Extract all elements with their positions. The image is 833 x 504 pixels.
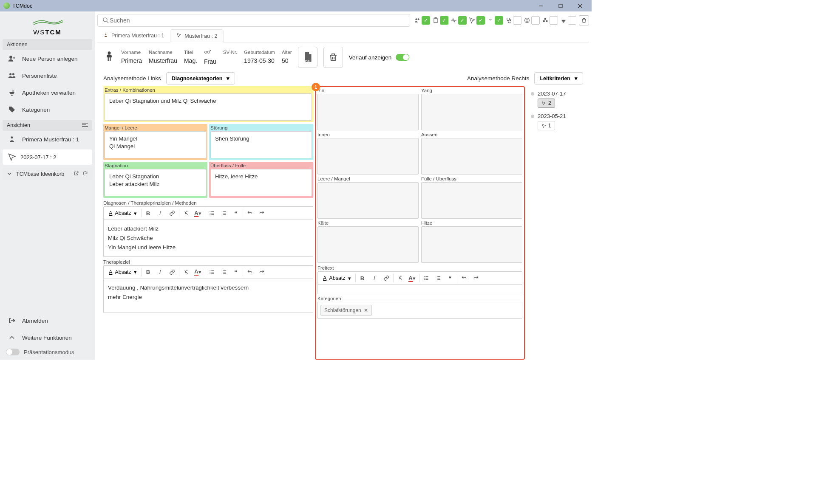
stagnation-input[interactable]: Leber Qi StagnationLeber attackiert Milz — [105, 169, 206, 196]
rte-format-select[interactable]: AAbsatz▾ — [320, 275, 354, 282]
ul-button[interactable] — [421, 273, 431, 283]
innen-input[interactable] — [317, 138, 419, 175]
kategorien-input[interactable]: Schlafstörungen ✕ — [317, 302, 522, 319]
timeline-date[interactable]: 2023-05-21 — [531, 111, 584, 121]
delete-button[interactable] — [323, 47, 343, 68]
check-icon[interactable]: ✓ — [458, 16, 467, 25]
rte-format-select[interactable]: AAbsatz▾ — [106, 269, 139, 275]
undo-button[interactable] — [245, 208, 255, 218]
mangel-input[interactable]: Yin MangelQi Mangel — [105, 131, 206, 158]
more-functions[interactable]: Weitere Funktionen — [3, 329, 92, 346]
ul-button[interactable] — [207, 267, 217, 277]
stethoscope-icon[interactable] — [504, 15, 513, 25]
link-button[interactable] — [381, 273, 391, 283]
color-button[interactable]: A ▾ — [407, 273, 417, 283]
open-icon[interactable] — [74, 171, 79, 177]
minimize-button[interactable] — [533, 1, 549, 11]
undo-button[interactable] — [245, 267, 255, 277]
ul-button[interactable] — [207, 208, 217, 218]
maximize-button[interactable] — [552, 1, 569, 11]
stoerung-input[interactable]: Shen Störung — [210, 131, 312, 158]
sidebar-person-list[interactable]: Personenliste — [3, 67, 92, 84]
view-date-card[interactable]: 2023-07-17 : 2 — [3, 149, 92, 165]
empty-box-icon[interactable] — [531, 16, 540, 25]
plant-icon[interactable] — [486, 15, 495, 25]
link-button[interactable] — [167, 267, 177, 277]
extras-input[interactable]: Leber Qi Stagnation und Milz Qi Schwäche — [105, 93, 312, 121]
rte-format-select[interactable]: AAbsatz▾ — [106, 210, 139, 217]
empty-box-icon[interactable] — [550, 16, 558, 25]
category-chip[interactable]: Schlafstörungen ✕ — [320, 305, 372, 316]
section-ideenkorb[interactable]: TCMbase Ideenkorb — [3, 168, 92, 180]
cubes-icon[interactable] — [541, 15, 550, 25]
italic-button[interactable]: I — [155, 267, 165, 277]
remove-icon[interactable]: ✕ — [364, 307, 368, 313]
quote-button[interactable]: ❝ — [231, 267, 241, 277]
timeline-date[interactable]: 2023-07-17 — [531, 89, 584, 99]
analyse-rechts-dropdown[interactable]: Leitkriterien ▾ — [534, 72, 583, 84]
timeline-session[interactable]: 2 — [538, 99, 555, 108]
bold-button[interactable]: B — [143, 208, 153, 218]
link-button[interactable] — [167, 208, 177, 218]
yang-input[interactable] — [421, 94, 522, 130]
redo-button[interactable] — [257, 208, 267, 218]
empty-box-icon[interactable] — [568, 16, 576, 25]
ol-button[interactable] — [219, 208, 229, 218]
ol-button[interactable] — [433, 273, 443, 283]
italic-button[interactable]: I — [369, 273, 380, 283]
clear-format-button[interactable] — [181, 208, 191, 218]
people-icon[interactable] — [413, 15, 422, 25]
undo-button[interactable] — [459, 273, 469, 283]
rte-diagnosen-body[interactable]: Leber attackiert MilzMilz Qi SchwächeYin… — [103, 220, 313, 257]
close-button[interactable] — [572, 1, 588, 11]
cursor-icon[interactable] — [468, 15, 476, 25]
view-patient[interactable]: Primera Musterfrau : 1 — [3, 131, 92, 148]
pdf-button[interactable]: PDF — [298, 47, 317, 68]
search-input[interactable] — [110, 17, 405, 24]
ol-button[interactable] — [219, 267, 229, 277]
menu-icon[interactable] — [82, 122, 88, 128]
mortar-icon[interactable] — [559, 15, 568, 25]
quote-button[interactable]: ❝ — [231, 208, 241, 218]
freitext-body[interactable] — [317, 285, 522, 294]
bold-button[interactable]: B — [143, 267, 153, 277]
hitze-input[interactable] — [421, 226, 522, 263]
redo-button[interactable] — [471, 273, 481, 283]
fuelle-input[interactable] — [421, 182, 522, 219]
rte-therapieziel-body[interactable]: Verdauung , Nahrungsmittelunverträglichk… — [103, 279, 313, 313]
check-icon[interactable]: ✓ — [495, 16, 503, 25]
clear-format-button[interactable] — [181, 267, 191, 277]
bold-button[interactable]: B — [357, 273, 368, 283]
sidebar-kategorien[interactable]: Kategorien — [3, 101, 92, 118]
leere-input[interactable] — [317, 182, 419, 219]
tab-session[interactable]: Musterfrau : 2 — [170, 29, 224, 42]
color-button[interactable]: A ▾ — [193, 208, 203, 218]
quote-button[interactable]: ❝ — [445, 273, 455, 283]
trash-button[interactable] — [579, 15, 589, 25]
aussen-input[interactable] — [421, 138, 522, 175]
timeline-session[interactable]: 1 — [538, 121, 555, 130]
search-bar[interactable] — [97, 14, 410, 27]
empty-box-icon[interactable] — [513, 16, 521, 25]
sidebar-apotheken[interactable]: Apotheken verwalten — [3, 84, 92, 101]
face-icon[interactable] — [522, 15, 531, 25]
kaelte-input[interactable] — [317, 226, 419, 263]
ueberfluss-input[interactable]: Hitze, leere Hitze — [210, 169, 312, 196]
check-icon[interactable]: ✓ — [440, 16, 448, 25]
sidebar-new-person[interactable]: Neue Person anlegen — [3, 50, 92, 67]
refresh-icon[interactable] — [82, 171, 88, 177]
color-button[interactable]: A ▾ — [193, 267, 203, 277]
presentation-mode[interactable]: Präsentationsmodus — [3, 346, 92, 358]
redo-button[interactable] — [257, 267, 267, 277]
tab-patient[interactable]: Primera Musterfrau : 1 — [97, 29, 170, 42]
check-icon[interactable]: ✓ — [422, 16, 430, 25]
verlauf-toggle[interactable]: Verlauf anzeigen — [349, 54, 410, 61]
logout[interactable]: Abmelden — [3, 312, 92, 329]
analyse-links-dropdown[interactable]: Diagnosekategorien ▾ — [166, 72, 235, 84]
heart-icon[interactable] — [449, 15, 458, 25]
clipboard-icon[interactable] — [431, 15, 440, 25]
italic-button[interactable]: I — [155, 208, 165, 218]
yin-input[interactable] — [317, 94, 419, 130]
clear-format-button[interactable] — [395, 273, 405, 283]
check-icon[interactable]: ✓ — [476, 16, 485, 25]
